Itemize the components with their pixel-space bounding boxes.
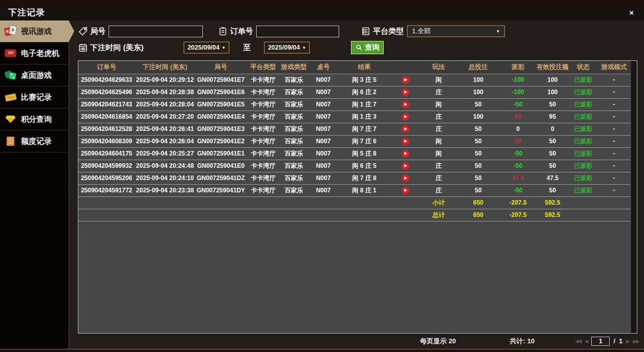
order-no-label: 订单号: [230, 27, 253, 36]
total-count-label: 共计: 10: [510, 337, 534, 346]
cell-platform: 卡卡湾厅: [246, 172, 280, 184]
query-button[interactable]: 查询: [351, 41, 384, 54]
sidebar-item-table-games[interactable]: 桌面游戏: [0, 64, 69, 86]
cell-total-bet: 50: [456, 185, 500, 196]
sidebar-item-label: 桌面游戏: [21, 71, 52, 80]
column-header: 有效投注额: [536, 61, 569, 74]
sidebar-item-video-games[interactable]: K9视讯游戏: [0, 20, 69, 42]
subtotal-valid-bet: 592.5: [536, 197, 569, 209]
platform-type-value: 1.全部: [412, 27, 431, 36]
cell-valid-bet: 100: [536, 74, 569, 86]
cell-play: 庄: [421, 172, 456, 184]
cell-payout: -50: [500, 160, 536, 172]
cell-table-no: N007: [308, 148, 339, 160]
cell-game-mode: -: [597, 74, 631, 86]
cell-round-no: GN007259041E1: [195, 148, 246, 160]
play-video-icon[interactable]: [402, 76, 409, 84]
prev-page-icon[interactable]: ◀: [585, 339, 588, 344]
cell-status: 已派彩: [569, 172, 597, 184]
cell-order-no: 250904204621743: [78, 99, 135, 111]
cell-table-no: N007: [308, 99, 339, 111]
play-video-icon[interactable]: [402, 138, 409, 145]
subtotal-payout: -207.5: [500, 197, 536, 209]
cell-round-no: GN007259041DY: [195, 185, 246, 196]
cell-result: 闲 1 庄 7: [339, 99, 390, 111]
cell-game-type: 百家乐: [280, 123, 308, 135]
play-video-icon[interactable]: [402, 89, 409, 96]
play-video-icon[interactable]: [402, 187, 409, 194]
cell-platform: 卡卡湾厅: [246, 148, 280, 160]
cell-bet-time: 2025-09-04 20:27:20: [135, 111, 195, 123]
cell-valid-bet: 50: [536, 185, 569, 196]
cell-play: 庄: [421, 123, 456, 135]
cell-game-mode: -: [597, 86, 631, 98]
play-video-icon[interactable]: [402, 113, 409, 121]
cell-platform: 卡卡湾厅: [246, 86, 280, 98]
first-page-icon[interactable]: ◀◀: [575, 339, 581, 344]
cell-payout: -50: [500, 148, 536, 160]
play-video-icon[interactable]: [402, 150, 409, 158]
subtotal-total-bet: 650: [456, 197, 500, 209]
cell-status: 已派彩: [569, 123, 597, 135]
sidebar-item-slot-machines[interactable]: 777电子老虎机: [0, 42, 69, 64]
cell-total-bet: 50: [456, 136, 500, 147]
cell-payout: -50: [500, 185, 536, 196]
play-video-icon[interactable]: [402, 162, 409, 170]
round-no-input[interactable]: [109, 26, 203, 37]
table-scrollbar[interactable]: [631, 61, 637, 333]
page-number-input[interactable]: [591, 337, 610, 346]
platform-type-select[interactable]: 1.全部 ▼: [407, 25, 505, 37]
column-header: 状态: [569, 61, 597, 74]
cell-game-type: 百家乐: [280, 99, 308, 111]
last-page-icon[interactable]: ▶▶: [633, 339, 639, 344]
cell-round-no: GN007259041E5: [195, 99, 246, 111]
chevron-down-icon: ▼: [221, 46, 225, 50]
date-from-picker[interactable]: 2025/09/04 ▼: [183, 41, 230, 54]
sidebar-item-match-records[interactable]: 比赛记录: [0, 86, 69, 108]
column-header: 订单号: [78, 61, 135, 74]
table-row: 2509042046083092025-09-04 20:26:04GN0072…: [78, 136, 631, 148]
cell-result: 闲 7 庄 8: [339, 172, 390, 184]
cell-valid-bet: 50: [536, 99, 569, 111]
sidebar-item-label: 积分查询: [21, 115, 52, 124]
play-video-icon[interactable]: [402, 125, 409, 133]
column-header: 总投注: [456, 61, 500, 74]
total-label: 总计: [421, 209, 456, 221]
sidebar-item-quota-records[interactable]: 额度记录: [0, 130, 69, 152]
play-video-icon[interactable]: [402, 101, 409, 108]
sidebar: K9视讯游戏777电子老虎机桌面游戏比赛记录积分查询额度记录: [0, 20, 69, 349]
cell-game-type: 百家乐: [280, 111, 308, 123]
table-row: 2509042045999322025-09-04 20:24:48GN0072…: [78, 160, 631, 172]
list-icon: [361, 27, 370, 36]
cell-game-type: 百家乐: [280, 86, 308, 98]
cell-game-mode: -: [597, 111, 631, 123]
total-row: 总计 650 -207.5 592.5: [78, 209, 631, 222]
close-icon[interactable]: ×: [627, 8, 636, 17]
cell-table-no: N007: [308, 111, 339, 123]
platform-type-label: 平台类型: [373, 27, 404, 36]
cell-game-mode: -: [597, 136, 631, 147]
play-video-icon[interactable]: [402, 174, 409, 182]
cell-result: 闲 5 庄 8: [339, 148, 390, 160]
cell-play: 闲: [421, 148, 456, 160]
cell-result: 闲 7 庄 7: [339, 123, 390, 135]
cell-result: 闲 8 庄 1: [339, 185, 390, 196]
table-body: 2509042046296332025-09-04 20:29:12GN0072…: [78, 74, 631, 197]
diamond-icon: [4, 113, 17, 126]
cell-valid-bet: 47.5: [536, 172, 569, 184]
cell-table-no: N007: [308, 86, 339, 98]
cell-order-no: 250904204612528: [78, 123, 135, 135]
cell-play: 庄: [421, 185, 456, 196]
main-panel: 局号 订单号 平台类型 1.全部 ▼: [69, 20, 644, 349]
order-no-input[interactable]: [256, 26, 339, 37]
cell-order-no: 250904204625496: [78, 86, 135, 98]
cell-status: 已派彩: [569, 99, 597, 111]
next-page-icon[interactable]: ▶: [626, 339, 629, 344]
table-row: 2509042046254962025-09-04 20:28:38GN0072…: [78, 86, 631, 99]
records-table: 订单号下注时间 (美东)局号平台类型游戏类型桌号结果玩法总投注派彩有效投注额状态…: [78, 60, 637, 334]
tag-icon: [78, 27, 88, 36]
filter-panel: 局号 订单号 平台类型 1.全部 ▼: [69, 20, 644, 60]
sidebar-item-points-query[interactable]: 积分查询: [0, 108, 69, 130]
date-to-picker[interactable]: 2025/09/04 ▼: [264, 41, 310, 54]
video-cell: [390, 86, 421, 98]
